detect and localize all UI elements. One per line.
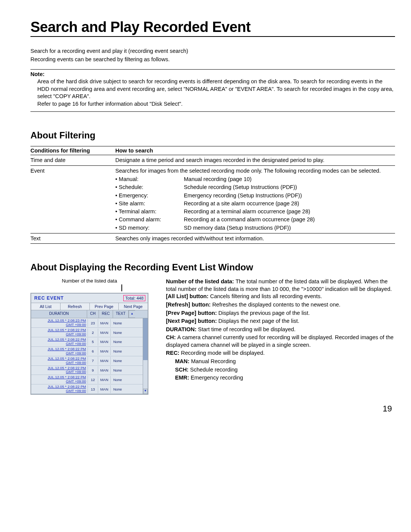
cell-ch: 9: [88, 366, 98, 374]
cell-text: None: [110, 347, 124, 355]
title-rule: [30, 36, 395, 37]
cell-ch: 2: [88, 329, 98, 337]
desc-alllist-text: Cancels filtering and lists all recordin…: [210, 293, 322, 299]
intro-line-2: Recording events can be searched by filt…: [30, 56, 395, 64]
cell-text: None: [110, 376, 124, 384]
all-list-button[interactable]: All List: [31, 303, 61, 310]
desc-rec-text: Recording mode will be displayed.: [181, 350, 264, 356]
rec-event-window: REC EVENT Total: 448 All List Refresh Pr…: [30, 293, 148, 395]
cell-text: None: [110, 366, 124, 374]
desc-duration-text: Start time of recording will be displaye…: [198, 326, 295, 332]
cell-rec: MAN: [98, 366, 110, 374]
desc-sch-text: Schedule recording: [190, 367, 237, 373]
desc-sdmemory: SD memory data (Setup Instructions (PDF)…: [184, 224, 315, 232]
cell-ch: 12: [88, 376, 98, 384]
note-top-rule: [30, 69, 395, 70]
cell-duration[interactable]: JUL.12.05 * 2:08:22 PMGMT +09:00: [31, 328, 88, 337]
callout-caption: Number of the listed data: [30, 278, 148, 284]
page-title: Search and Play Recorded Event: [30, 19, 395, 35]
desc-man-text: Manual Recording: [191, 358, 236, 364]
table-row[interactable]: JUL.12.05 * 2:08:22 PMGMT +09:0013MANNon…: [31, 384, 143, 394]
cell-rec: MAN: [98, 347, 110, 355]
filter-row2-key: Event: [30, 165, 115, 233]
prev-page-button[interactable]: Prev Page: [90, 303, 119, 310]
cell-text: None: [110, 338, 124, 346]
cell-duration[interactable]: JUL.12.05 * 2:08:22 PMGMT +09:00: [31, 366, 88, 375]
col-rec: REC: [99, 310, 113, 318]
desc-emergency: Emergency recording (Setup Instructions …: [184, 192, 315, 199]
desc-sch-label: SCH:: [175, 367, 190, 373]
rec-rows: JUL.12.05 * 2:08:23 PMGMT +09:0023MANNon…: [31, 318, 143, 394]
col-duration: DURATION: [31, 310, 87, 318]
filter-row3-val: Searches only images recorded with/witho…: [115, 233, 395, 244]
callout-line: [121, 284, 122, 291]
desc-schedule: Schedule recording (Setup Instructions (…: [184, 183, 315, 191]
desc-ch-text: A camera channel currently used for reco…: [166, 334, 393, 348]
filter-th-conditions: Conditions for filtering: [30, 146, 115, 155]
bullet-schedule: • Schedule:: [115, 183, 169, 191]
scroll-thumb[interactable]: [143, 318, 148, 360]
table-row[interactable]: JUL.12.05 * 2:08:22 PMGMT +09:007MANNone: [31, 356, 143, 366]
desc-next-text: Displays the next page of the list.: [218, 318, 299, 324]
section-about-filtering: About Filtering: [30, 130, 395, 141]
filter-th-howto: How to search: [115, 146, 395, 155]
table-row[interactable]: JUL.12.05 * 2:08:22 PMGMT +09:006MANNone: [31, 347, 143, 356]
bullet-emergency: • Emergency:: [115, 192, 169, 199]
note-body-1: Area of the hard disk drive subject to s…: [37, 78, 395, 100]
filter-row1-val: Designate a time period and search image…: [115, 155, 395, 165]
cell-duration[interactable]: JUL.12.05 * 2:08:22 PMGMT +09:00: [31, 337, 88, 346]
desc-manual: Manual recording (page 10): [184, 175, 315, 183]
cell-rec: MAN: [98, 385, 110, 393]
cell-duration[interactable]: JUL.12.05 * 2:08:22 PMGMT +09:00: [31, 356, 88, 365]
desc-ch-label: CH:: [166, 334, 177, 340]
intro-block: Search for a recording event and play it…: [30, 48, 395, 63]
refresh-button[interactable]: Refresh: [61, 303, 90, 310]
cell-text: None: [110, 329, 124, 337]
filter-row3-key: Text: [30, 233, 115, 244]
scroll-down-icon[interactable]: ▼: [143, 389, 148, 394]
note-label: Note:: [30, 71, 395, 77]
desc-alllist-label: [All List] button:: [166, 293, 210, 299]
table-row[interactable]: JUL.12.05 * 2:08:22 PMGMT +09:002MANNone: [31, 328, 143, 337]
note-bottom-rule: [30, 111, 395, 112]
desc-rec-label: REC:: [166, 350, 181, 356]
table-row[interactable]: JUL.12.05 * 2:08:22 PMGMT +09:0012MANNon…: [31, 375, 143, 384]
desc-emr-label: EMR:: [175, 375, 191, 381]
section-about-window: About Displaying the Recording Event Lis…: [30, 262, 395, 273]
cell-rec: MAN: [98, 329, 110, 337]
next-page-button[interactable]: Next Page: [119, 303, 148, 310]
cell-duration[interactable]: JUL.12.05 * 2:08:22 PMGMT +09:00: [31, 384, 88, 394]
filtering-table: Conditions for filtering How to search T…: [30, 146, 395, 244]
cell-ch: 6: [88, 347, 98, 355]
desc-sitealarm: Recording at a site alarm occurrence (pa…: [184, 200, 315, 207]
cell-duration[interactable]: JUL.12.05 * 2:08:23 PMGMT +09:00: [31, 318, 88, 327]
cell-text: None: [110, 319, 124, 327]
bullet-commandalarm: • Command alarm:: [115, 216, 169, 223]
desc-prev-text: Displays the previous page of the list.: [218, 310, 310, 316]
cell-rec: MAN: [98, 319, 110, 327]
desc-next-label: [Next Page] button:: [166, 318, 218, 324]
scroll-up-icon[interactable]: ▲: [129, 310, 135, 318]
cell-duration[interactable]: JUL.12.05 * 2:08:22 PMGMT +09:00: [31, 347, 88, 356]
cell-rec: MAN: [98, 338, 110, 346]
intro-line-1: Search for a recording event and play it…: [30, 48, 395, 55]
table-row[interactable]: JUL.12.05 * 2:08:23 PMGMT +09:0023MANNon…: [31, 318, 143, 328]
desc-refresh-text: Refreshes the displayed contents to the …: [212, 302, 341, 308]
cell-duration[interactable]: JUL.12.05 * 2:08:22 PMGMT +09:00: [31, 375, 88, 384]
desc-refresh-label: [Refresh] button:: [166, 302, 212, 308]
filter-row2-intro: Searches for images from the selected re…: [115, 168, 381, 174]
bullet-sitealarm: • Site alarm:: [115, 200, 169, 207]
desc-duration-label: DURATION:: [166, 326, 198, 332]
table-row[interactable]: JUL.12.05 * 2:08:22 PMGMT +09:009MANNone: [31, 366, 143, 375]
cell-rec: MAN: [98, 376, 110, 384]
cell-ch: 7: [88, 357, 98, 365]
filter-row2-val: Searches for images from the selected re…: [115, 165, 395, 233]
bullet-sdmemory: • SD memory:: [115, 224, 169, 232]
bullet-terminalalarm: • Terminal alarm:: [115, 208, 169, 215]
col-text: TEXT: [113, 310, 129, 318]
page-number: 19: [30, 404, 395, 414]
table-row[interactable]: JUL.12.05 * 2:08:22 PMGMT +09:005MANNone: [31, 337, 143, 347]
note-body-2: Refer to page 16 for further information…: [37, 100, 395, 108]
scrollbar[interactable]: ▼: [143, 318, 148, 394]
rec-event-title: REC EVENT: [34, 295, 64, 301]
